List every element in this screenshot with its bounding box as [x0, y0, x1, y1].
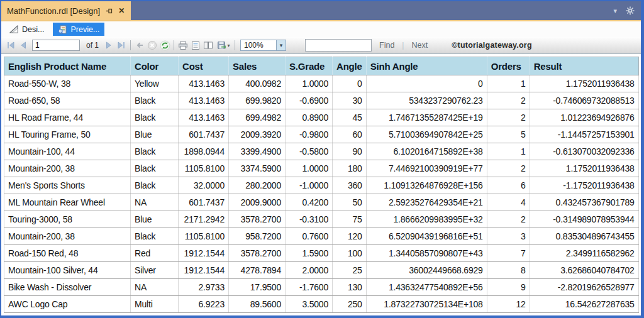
table-cell: NA: [131, 194, 179, 211]
table-cell: 30: [333, 92, 367, 109]
find-link[interactable]: Find: [379, 41, 394, 50]
refresh-button[interactable]: [158, 39, 171, 52]
table-row: Touring-3000, 58Blue2171.29423578.2700-0…: [4, 211, 639, 228]
report-preview-area: English Product NameColorCostSalesS.Grad…: [1, 54, 641, 315]
table-cell: -0.746069732088513: [530, 92, 638, 109]
table-cell: 36002449668.6929: [366, 262, 487, 279]
table-cell: 6: [487, 177, 530, 194]
preview-report-icon: [58, 25, 67, 34]
table-cell: HL Touring Frame, 50: [4, 126, 131, 143]
pin-icon[interactable]: [106, 8, 113, 14]
table-cell: 89.5600: [229, 296, 286, 313]
zoom-caret-icon[interactable]: ▾: [276, 40, 286, 51]
table-cell: Multi: [131, 296, 179, 313]
page-count-label: of 1: [86, 41, 99, 50]
tab-design[interactable]: Desi...: [4, 23, 49, 36]
table-cell: -1.0000: [286, 177, 333, 194]
table-cell: 32.0000: [179, 177, 229, 194]
table-cell: Black: [131, 177, 179, 194]
report-designer-window: MathFunction.rdl [Design] ✕ ▾: [0, 0, 644, 318]
table-cell: 6.52090439196816E+51: [366, 228, 487, 245]
document-tab-label: MathFunction.rdl [Design]: [7, 6, 100, 16]
table-cell: 413.1463: [179, 75, 229, 92]
table-cell: 17.9500: [229, 279, 286, 296]
find-input[interactable]: [305, 39, 372, 52]
stop-rendering-button[interactable]: [146, 39, 158, 52]
table-cell: 4: [487, 194, 530, 211]
table-cell: Men's Sports Shorts: [4, 177, 131, 194]
table-cell: 2: [487, 92, 530, 109]
table-cell: -0.9800: [286, 126, 333, 143]
table-cell: Silver: [131, 262, 179, 279]
table-cell: 120: [333, 228, 367, 245]
table-cell: -0.5800: [286, 143, 333, 160]
table-cell: 2.59235276429354E+21: [366, 194, 487, 211]
table-cell: -2.82019626528977: [530, 279, 638, 296]
table-cell: 699.4982: [229, 109, 286, 126]
table-cell: 1.8666209983995E+32: [366, 211, 487, 228]
report-toolbar: of 1: [1, 37, 641, 54]
report-table: English Product NameColorCostSalesS.Grad…: [4, 57, 639, 313]
table-cell: 1898.0944: [179, 143, 229, 160]
table-row: HL Road Frame, 44Black413.1463699.49820.…: [4, 109, 639, 126]
table-cell: 2.0000: [286, 262, 333, 279]
table-row: Mountain-100, 44Black1898.09443399.4900-…: [4, 143, 639, 160]
back-to-parent-button[interactable]: [133, 39, 146, 52]
table-cell: Mountain-100, 44: [4, 143, 131, 160]
zoom-select[interactable]: 100% ▾: [240, 40, 286, 51]
table-cell: Touring-3000, 58: [4, 211, 131, 228]
table-cell: -1.7600: [286, 279, 333, 296]
next-page-button[interactable]: [103, 39, 115, 52]
watermark: ©tutorialgateway.org: [452, 41, 532, 50]
table-row: AWC Logo CapMulti6.922389.56003.50002501…: [4, 296, 639, 313]
gear-icon[interactable]: [626, 6, 635, 15]
chevron-down-icon[interactable]: ▾: [613, 8, 617, 14]
table-cell: 0.835304896743455: [530, 228, 638, 245]
table-cell: 130: [333, 279, 367, 296]
table-cell: 6.1020164715892E+38: [366, 143, 487, 160]
table-cell: 60: [333, 126, 367, 143]
header-row: English Product NameColorCostSalesS.Grad…: [4, 57, 639, 75]
table-row: Road-650, 58Black413.1463699.9820-0.6900…: [4, 92, 639, 109]
table-cell: 75: [333, 211, 367, 228]
header-cell: English Product Name: [4, 57, 131, 75]
header-cell: Result: [530, 57, 638, 75]
next-link[interactable]: Next: [411, 41, 428, 50]
table-row: HL Touring Frame, 50Blue601.74372009.392…: [4, 126, 639, 143]
table-cell: 400.0982: [229, 75, 286, 92]
table-cell: 0: [366, 75, 487, 92]
table-cell: 1.5900: [286, 245, 333, 262]
table-cell: Black: [131, 143, 179, 160]
table-cell: 7: [487, 245, 530, 262]
table-cell: -0.3100: [286, 211, 333, 228]
table-cell: 8: [487, 262, 530, 279]
table-cell: 250: [333, 296, 367, 313]
table-cell: 100: [333, 245, 367, 262]
tab-preview[interactable]: Previe...: [53, 23, 104, 36]
table-cell: 2: [487, 211, 530, 228]
last-page-button[interactable]: [115, 39, 128, 52]
close-icon[interactable]: ✕: [118, 6, 125, 15]
page-number-input[interactable]: [32, 40, 80, 51]
table-cell: -1.1752011936438: [530, 177, 638, 194]
report-tbody: Road-550-W, 38Yellow413.1463400.09821.00…: [4, 75, 639, 313]
header-cell: Sinh Angle: [366, 57, 487, 75]
table-cell: 1.1752011936438: [530, 160, 638, 177]
table-cell: 0.432457367901789: [530, 194, 638, 211]
print-button[interactable]: [177, 39, 189, 52]
set-square-icon: [9, 25, 18, 33]
table-cell: AWC Logo Cap: [4, 296, 131, 313]
previous-page-button[interactable]: [17, 39, 30, 52]
first-page-button[interactable]: [4, 39, 17, 52]
document-tab[interactable]: MathFunction.rdl [Design] ✕: [1, 1, 131, 20]
table-cell: 2.3499116582962: [530, 245, 638, 262]
table-cell: 958.7200: [229, 228, 286, 245]
table-cell: Road-550-W, 38: [4, 75, 131, 92]
print-layout-button[interactable]: [189, 39, 202, 52]
table-cell: Blue: [131, 211, 179, 228]
export-button[interactable]: ▾: [214, 39, 232, 52]
page-setup-button[interactable]: [202, 39, 214, 52]
table-cell: 601.7437: [179, 126, 229, 143]
table-cell: -0.6900: [286, 92, 333, 109]
header-cell: Cost: [179, 57, 229, 75]
